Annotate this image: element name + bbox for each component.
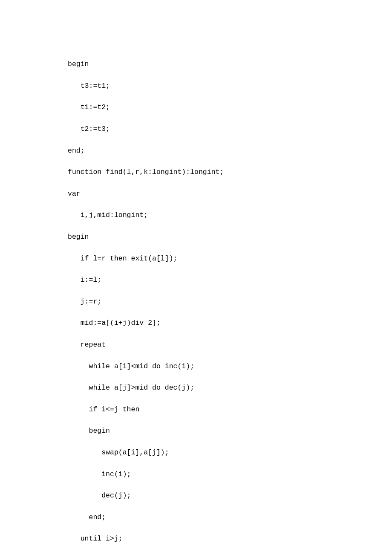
code-line: t3:=t1; <box>68 81 392 91</box>
code-line: begin <box>68 231 392 242</box>
code-line: begin <box>68 59 392 69</box>
code-line: end; <box>68 145 392 156</box>
code-line: j:=r; <box>68 296 392 307</box>
code-line: if i<=j then <box>68 404 392 415</box>
code-line: begin <box>68 425 392 436</box>
code-line: while a[i]<mid do inc(i); <box>68 361 392 372</box>
code-line: t1:=t2; <box>68 102 392 113</box>
code-line: i,j,mid:longint; <box>68 210 392 220</box>
code-line: i:=l; <box>68 275 392 285</box>
code-line: var <box>68 188 392 199</box>
code-line: until i>j; <box>68 533 392 544</box>
code-line: repeat <box>68 339 392 350</box>
code-line: end; <box>68 512 392 523</box>
code-line: if l=r then exit(a[l]); <box>68 253 392 264</box>
code-line: function find(l,r,k:longint):longint; <box>68 167 392 177</box>
code-page: begin t3:=t1; t1:=t2; t2:=t3; end; funct… <box>0 0 392 555</box>
code-line: mid:=a[(i+j)div 2]; <box>68 318 392 328</box>
code-line: swap(a[i],a[j]); <box>68 447 392 458</box>
code-line: t2:=t3; <box>68 124 392 134</box>
code-line: dec(j); <box>68 490 392 501</box>
code-line: inc(i); <box>68 469 392 480</box>
code-line: while a[j]>mid do dec(j); <box>68 382 392 393</box>
